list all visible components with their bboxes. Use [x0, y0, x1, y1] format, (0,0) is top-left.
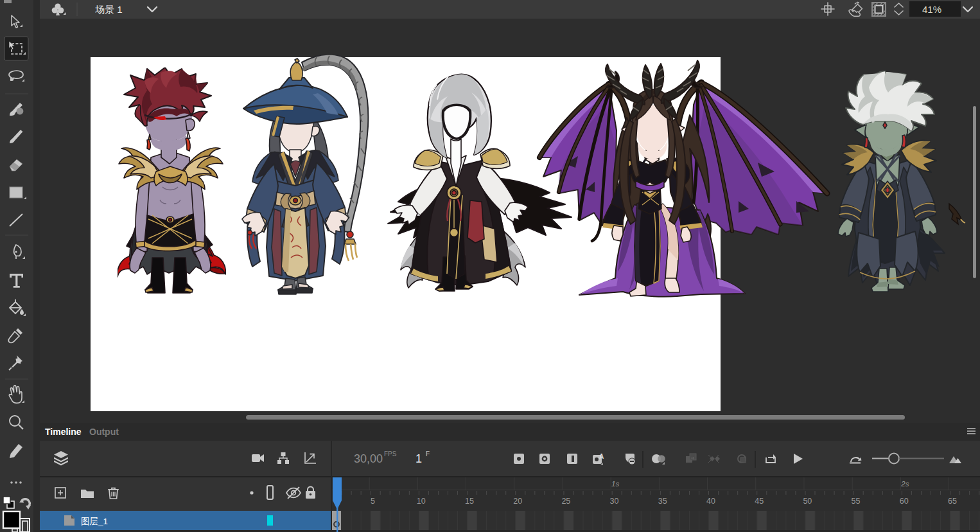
svg-text:40: 40: [706, 497, 715, 506]
svg-text:场景 1: 场景 1: [95, 4, 123, 15]
svg-text:55: 55: [852, 497, 861, 506]
svg-text:20: 20: [513, 497, 522, 506]
svg-text:65: 65: [948, 497, 957, 506]
svg-text:45: 45: [755, 497, 764, 506]
svg-text:41%: 41%: [922, 4, 941, 15]
svg-text:1: 1: [416, 452, 422, 465]
svg-text:图层_1: 图层_1: [81, 517, 108, 526]
svg-text:Timeline: Timeline: [45, 427, 82, 437]
svg-text:10: 10: [417, 497, 426, 506]
svg-text:60: 60: [900, 497, 909, 506]
svg-text:FPS: FPS: [384, 450, 397, 457]
svg-text:2s: 2s: [900, 480, 909, 488]
svg-text:30,00: 30,00: [354, 452, 383, 465]
svg-text:F: F: [426, 450, 430, 457]
svg-text:A: A: [599, 453, 604, 460]
svg-text:Output: Output: [89, 427, 119, 437]
svg-text:15: 15: [465, 497, 474, 506]
svg-text:50: 50: [803, 497, 812, 506]
svg-text:30: 30: [610, 497, 619, 506]
svg-text:25: 25: [561, 497, 570, 506]
svg-text:35: 35: [658, 497, 667, 506]
svg-text:5: 5: [371, 497, 375, 506]
svg-text:1s: 1s: [611, 480, 619, 488]
